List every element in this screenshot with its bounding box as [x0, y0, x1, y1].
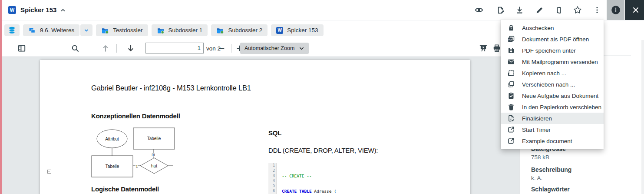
diagram-label-hat: hat: [151, 164, 157, 168]
code-fold-marker[interactable]: [47, 170, 51, 174]
pdf-viewer-area: Gabriel Beutler - inf2108g - M153 Lernko…: [2, 57, 519, 194]
sidebar-toggle-button[interactable]: [14, 40, 30, 56]
folder-icon: [101, 27, 109, 34]
toolbar-divider: [116, 44, 117, 53]
zoom-select-value: Automatischer Zoom: [244, 45, 294, 51]
save-icon: [507, 47, 515, 54]
menu-item-label: PDF speichern unter: [522, 47, 576, 54]
menu-item-pdf-speichern-unter[interactable]: PDF speichern unter: [501, 45, 604, 56]
file-edit-icon: [496, 6, 505, 14]
ddl-line: DDL (CREATE, DROP, ALTER, VIEW):: [268, 147, 378, 154]
presentation-icon: [479, 44, 488, 53]
menu-item-kopieren-nach[interactable]: Kopieren nach ...: [501, 67, 604, 79]
menu-item-dokument-als-pdf-oeffnen[interactable]: PDF Dokument als PDF öffnen: [501, 33, 604, 45]
arrow-up-icon: [101, 44, 110, 53]
menu-item-label: In den Papierkorb verschieben: [522, 104, 601, 110]
zoom-out-button[interactable]: [214, 40, 229, 56]
more-options-button[interactable]: [589, 2, 605, 18]
diagram-cardinality-1: 1: [135, 164, 138, 168]
arrow-down-icon: [126, 44, 135, 53]
breadcrumb-label: 9.6. Weiteres: [40, 27, 74, 33]
menu-item-verschieben-nach[interactable]: Verschieben nach ...: [501, 79, 604, 90]
page-title: Spicker 153: [20, 6, 56, 13]
field-label-schlagwoerter: Schlagwörter: [531, 186, 570, 193]
breadcrumb-item-subdossier-2[interactable]: Subdossier 2: [211, 24, 268, 36]
download-button[interactable]: [512, 2, 527, 18]
folder-icon: [216, 27, 224, 34]
menu-item-in-den-papierkorb-verschieben[interactable]: In den Papierkorb verschieben: [501, 101, 604, 113]
folder-icon: [157, 27, 165, 34]
diagram-label-tabelle-bottom: Tabelle: [106, 164, 119, 169]
menu-item-auschecken[interactable]: Auschecken: [501, 22, 604, 33]
field-value-dateigroesse: 758 kB: [531, 154, 549, 161]
minus-icon: [218, 44, 225, 52]
diagram-label-tabelle-top: Tabelle: [147, 136, 161, 141]
kebab-menu-icon: [593, 6, 601, 14]
edit-document-button[interactable]: [492, 2, 508, 18]
toolbar-divider: [231, 44, 231, 53]
menu-item-label: Auschecken: [522, 25, 554, 31]
breadcrumb-item-weiteres[interactable]: 9.6. Weiteres: [23, 24, 79, 36]
menu-item-label: Verschieben nach ...: [522, 81, 575, 88]
menu-item-neue-aufgabe-aus-dokument[interactable]: Neue Aufgabe aus Dokument: [501, 90, 604, 101]
document-actions-menu: Auschecken PDF Dokument als PDF öffnen P…: [501, 20, 604, 149]
previous-page-button[interactable]: [98, 40, 113, 56]
next-page-button[interactable]: [123, 40, 139, 56]
breadcrumb-label: Testdossier: [113, 27, 142, 33]
pdf-document-icon: PDF: [507, 35, 515, 43]
collapse-title-button[interactable]: [55, 2, 71, 18]
breadcrumb-item-spicker-153[interactable]: Spicker 153: [271, 24, 323, 36]
page-number-input[interactable]: [145, 43, 204, 54]
breadcrumb-root-database[interactable]: [4, 24, 20, 36]
search-button[interactable]: [67, 40, 83, 56]
breadcrumb-weiteres-dropdown[interactable]: [80, 24, 92, 36]
lock-icon: [507, 24, 515, 32]
menu-item-label: Neue Aufgabe aus Dokument: [522, 93, 598, 99]
trash-icon: [507, 103, 515, 111]
move-icon: [507, 80, 515, 88]
zoom-select[interactable]: Automatischer Zoom: [240, 43, 309, 54]
code-line: -- CREATE --: [282, 174, 391, 179]
code-line: CREATE TABLE Adresse (: [282, 189, 391, 194]
pencil-icon: [535, 6, 544, 14]
eye-icon: [475, 6, 483, 14]
diagram-label-attribut: Attribut: [105, 137, 119, 141]
menu-item-label: Start Timer: [522, 127, 551, 133]
field-label-beschreibung: Beschreibung: [531, 166, 571, 173]
menu-item-label: Dokument als PDF öffnen: [522, 36, 589, 43]
external-link-icon: [507, 126, 515, 134]
menu-item-label: Mit Mailprogramm versenden: [522, 59, 598, 65]
menu-item-start-timer[interactable]: Start Timer: [501, 124, 604, 135]
annotate-button[interactable]: [532, 2, 547, 18]
database-icon: [8, 26, 16, 34]
menu-item-finalisieren[interactable]: Finalisieren: [501, 113, 604, 124]
menu-item-example-document[interactable]: Example document: [501, 135, 604, 147]
print-icon: [492, 44, 501, 53]
breadcrumb-label: Spicker 153: [287, 27, 318, 33]
chevron-up-icon: [59, 7, 66, 13]
chevron-down-icon: [83, 27, 89, 33]
open-in-office-button[interactable]: [551, 2, 566, 18]
finalize-icon: [507, 114, 515, 122]
code-lines: -- CREATE -- CREATE TABLE Adresse ( Adre…: [277, 163, 391, 194]
code-line-numbers: 123456: [268, 163, 277, 194]
preview-button[interactable]: [471, 2, 487, 18]
download-icon: [515, 6, 524, 14]
breadcrumb-item-subdossier-1[interactable]: Subdossier 1: [152, 24, 208, 36]
menu-item-mit-mailprogramm-versenden[interactable]: Mit Mailprogramm versenden: [501, 56, 604, 67]
favorite-button[interactable]: [570, 2, 585, 18]
pdf-toolbar: von 2 Automatischer Zoom: [2, 40, 519, 57]
field-value-beschreibung: k. A.: [531, 175, 542, 181]
workspace-icon: [28, 27, 36, 34]
info-panel-button[interactable]: [607, 0, 624, 20]
pdf-page: Gabriel Beutler - inf2108g - M153 Lernko…: [40, 60, 470, 194]
title-bar: Spicker 153: [2, 0, 644, 20]
breadcrumb-item-testdossier[interactable]: Testdossier: [96, 24, 148, 36]
external-link-icon: [507, 137, 515, 145]
close-button[interactable]: [625, 0, 644, 20]
copy-icon: [507, 69, 515, 77]
sql-code-block: 123456 -- CREATE -- CREATE TABLE Adresse…: [268, 163, 410, 194]
breadcrumb-item-weiteres-group: 9.6. Weiteres: [23, 24, 92, 36]
sidebar-scrollbar[interactable]: [641, 20, 644, 194]
close-icon: [632, 6, 640, 14]
